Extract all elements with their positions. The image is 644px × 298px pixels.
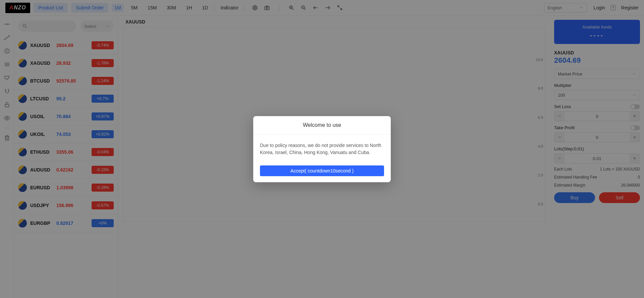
modal-overlay: Welcome to use Due to policy reasons, we… — [0, 0, 644, 298]
welcome-modal: Welcome to use Due to policy reasons, we… — [253, 116, 391, 182]
modal-title: Welcome to use — [253, 116, 391, 135]
modal-accept-button[interactable]: Accept( countdown10second ) — [260, 165, 384, 176]
modal-body: Due to policy reasons, we do not provide… — [253, 135, 391, 163]
